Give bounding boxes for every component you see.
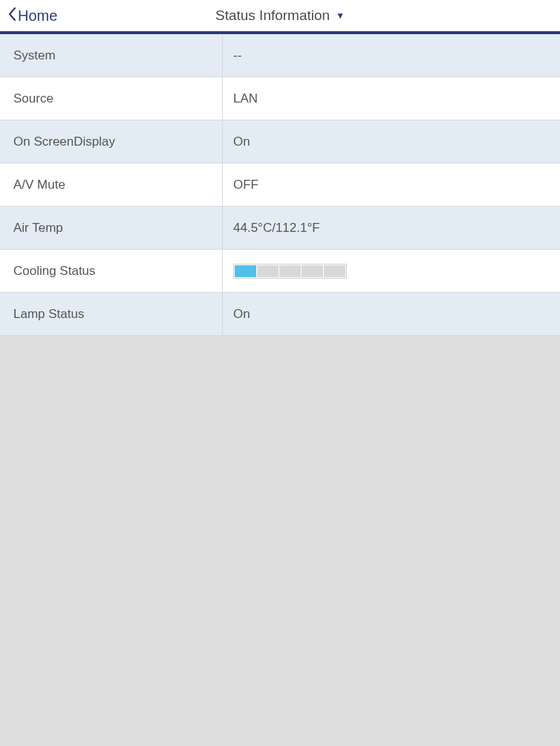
status-label: System — [0, 34, 223, 77]
status-row: A/V MuteOFF — [0, 163, 560, 207]
cooling-bar — [233, 264, 347, 279]
status-row: Air Temp44.5°C/112.1°F — [0, 207, 560, 250]
home-link[interactable]: Home — [0, 7, 57, 25]
status-label: Source — [0, 77, 223, 120]
triangle-down-icon: ▼ — [336, 10, 345, 21]
status-label: On ScreenDisplay — [0, 120, 223, 163]
status-label: Lamp Status — [0, 293, 223, 335]
page-title-dropdown[interactable]: Status Information ▼ — [215, 7, 345, 24]
status-value: OFF — [223, 163, 560, 206]
status-table: System--SourceLANOn ScreenDisplayOnA/V M… — [0, 34, 560, 336]
status-label: A/V Mute — [0, 163, 223, 206]
cooling-segment — [235, 265, 256, 277]
status-label: Cooling Status — [0, 250, 223, 292]
status-row: System-- — [0, 34, 560, 77]
status-value: On — [223, 293, 560, 335]
status-row: SourceLAN — [0, 77, 560, 120]
status-label: Air Temp — [0, 207, 223, 249]
status-value: LAN — [223, 77, 560, 120]
status-value — [223, 250, 560, 292]
status-row: Cooling Status — [0, 250, 560, 293]
home-label: Home — [18, 7, 57, 25]
cooling-segment — [257, 265, 279, 277]
status-value: -- — [223, 34, 560, 77]
status-row: On ScreenDisplayOn — [0, 120, 560, 163]
page-title: Status Information — [215, 7, 330, 24]
status-value: 44.5°C/112.1°F — [223, 207, 560, 249]
chevron-left-icon — [7, 7, 16, 25]
cooling-segment — [324, 265, 345, 277]
status-value: On — [223, 120, 560, 163]
cooling-segment — [302, 265, 323, 277]
header: Home Status Information ▼ — [0, 0, 560, 34]
cooling-segment — [279, 265, 301, 277]
status-row: Lamp StatusOn — [0, 293, 560, 336]
